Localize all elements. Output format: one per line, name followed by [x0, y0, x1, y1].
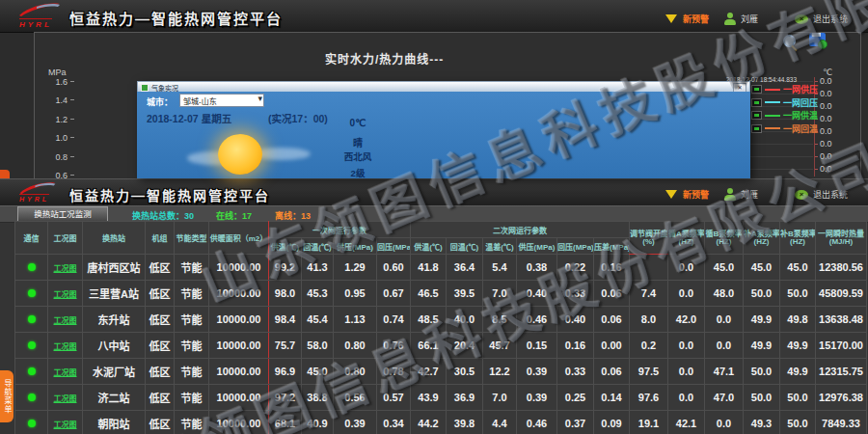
value-cell: 0.76: [377, 333, 411, 359]
page-title: 恒益热力—智能热网管控平台: [69, 185, 270, 204]
unit-zone: 低区: [146, 359, 175, 385]
comm-online-dot: [28, 393, 36, 401]
column-header: 节能类型: [175, 222, 209, 255]
value-cell: 7.0: [483, 281, 517, 307]
comm-status-cell: [15, 333, 48, 359]
value-cell: 0.2: [630, 333, 668, 359]
left-axis-tick: 1.4: [46, 95, 68, 105]
unit-zone: 低区: [146, 307, 175, 333]
comm-status-cell: [15, 307, 48, 333]
value-cell: 44.2: [411, 411, 447, 434]
diagram-link-cell: 工况图: [48, 359, 83, 385]
comm-status-cell: [15, 255, 48, 281]
value-cell: 46.5: [411, 281, 447, 307]
value-cell: 50.0: [744, 281, 780, 307]
station-diagram-link[interactable]: 工况图: [54, 264, 77, 273]
station-name: 唐村西区站: [83, 255, 146, 281]
legend-item[interactable]: 一网回温: [751, 124, 818, 133]
station-stat: 离线：13: [275, 209, 311, 222]
company-logo-icon: [17, 181, 58, 195]
legend-item[interactable]: 一网供压: [751, 85, 818, 94]
table-row: 工况图八中站低区节能10000.0075.758.00.800.7666.120…: [15, 333, 867, 359]
value-cell: 45.0: [780, 255, 816, 281]
axis-tick-mark: [70, 119, 74, 120]
value-cell: 97.5: [630, 359, 668, 385]
value-cell: 0.57: [377, 385, 411, 411]
station-diagram-link[interactable]: 工况图: [54, 394, 77, 403]
value-cell: 0.80: [334, 333, 377, 359]
value-cell: 0.06: [594, 359, 630, 385]
value-cell: 42.0: [668, 307, 705, 333]
value-cell: 49.8: [780, 307, 816, 333]
logout-button[interactable]: 退出系统: [813, 188, 848, 201]
diagram-link-cell: 工况图: [48, 333, 83, 359]
column-subheader: 供温(℃): [269, 238, 302, 255]
value-cell: 45.3: [302, 281, 334, 307]
column-subheader: 回温(℃): [447, 238, 483, 255]
station-stat: 在线：17: [216, 209, 252, 222]
tab-station-monitoring[interactable]: 换热站工况监测: [17, 206, 108, 222]
legend-line-swatch: [765, 101, 780, 103]
value-cell: 30.5: [447, 359, 483, 385]
header-actions: 新预警 刘雁 × 退出系统: [665, 188, 864, 201]
station-table: 通信工况图换热站机组节能类型供暖面积（m2）一次网运行参数二次网运行参数调节阀开…: [14, 221, 867, 434]
legend-checkbox[interactable]: [751, 98, 762, 107]
legend-item[interactable]: 一网供温: [751, 111, 818, 120]
energy-type: 节能: [175, 307, 209, 333]
value-cell: 49.9: [780, 359, 816, 385]
value-cell: 40.0: [447, 307, 483, 333]
station-diagram-link[interactable]: 工况图: [54, 290, 77, 299]
legend-checkbox-mark: [754, 101, 759, 104]
station-diagram-link[interactable]: 工况图: [54, 342, 77, 351]
heating-area: 10000.00: [209, 307, 269, 333]
nav-menu-tab-partial[interactable]: [0, 170, 10, 178]
station-diagram-link[interactable]: 工况图: [54, 420, 77, 429]
value-cell: 19.1: [630, 411, 668, 434]
value-cell: 48.5: [411, 307, 447, 333]
value-cell: 36.4: [447, 255, 483, 281]
comm-online-dot: [28, 263, 36, 271]
value-cell: 0.25: [557, 385, 594, 411]
value-cell: 0.80: [334, 359, 377, 385]
station-name: 三里营A站: [83, 281, 146, 307]
value-cell: 0.06: [594, 307, 630, 333]
right-axis-tick: 0.0: [820, 76, 845, 86]
value-cell: 0.0: [705, 333, 744, 359]
city-dropdown-value: 邹城-山东: [183, 95, 217, 106]
value-cell: 0.33: [557, 281, 594, 307]
left-axis-tick: 1.2: [46, 115, 68, 124]
value-cell: 4.4: [483, 411, 517, 434]
value-cell: 50.0: [744, 385, 780, 411]
value-cell: 45809.59: [816, 281, 867, 307]
heating-area: 10000.00: [209, 359, 269, 385]
comm-online-dot: [28, 289, 36, 297]
value-cell: 98.0: [269, 281, 302, 307]
legend-checkbox[interactable]: [751, 111, 762, 120]
value-cell: 50.0: [780, 411, 816, 434]
unit-zone: 低区: [146, 411, 175, 434]
new-alert-button[interactable]: 新预警: [683, 188, 709, 201]
logout-icon[interactable]: ×: [795, 190, 808, 200]
legend-item[interactable]: 一网回压: [751, 98, 818, 107]
legend-checkbox-mark: [754, 127, 759, 130]
value-cell: 0.0: [668, 255, 705, 281]
left-axis-tick: 0.8: [46, 152, 68, 162]
legend-checkbox[interactable]: [751, 85, 762, 94]
legend-checkbox[interactable]: [751, 124, 762, 133]
column-header: 工况图: [48, 222, 83, 255]
value-cell: 8.0: [630, 307, 668, 333]
axis-tick-mark: [70, 175, 74, 176]
column-header: 供暖面积（m2）: [209, 222, 269, 255]
value-cell: 0.16: [557, 333, 594, 359]
city-dropdown[interactable]: 邹城-山东 ▾: [179, 94, 264, 107]
value-cell: 0.46: [517, 307, 557, 333]
value-cell: 45.7: [483, 333, 517, 359]
value-cell: 40.9: [302, 411, 334, 434]
legend-line-swatch: [765, 115, 780, 117]
nav-menu-tab[interactable]: 导航菜单: [0, 370, 14, 422]
logo-text: HYRL: [19, 194, 49, 203]
weather-temperature: 0℃: [329, 118, 387, 128]
station-diagram-link[interactable]: 工况图: [54, 316, 77, 325]
alert-triangle-icon[interactable]: [665, 190, 677, 199]
station-diagram-link[interactable]: 工况图: [54, 368, 77, 377]
